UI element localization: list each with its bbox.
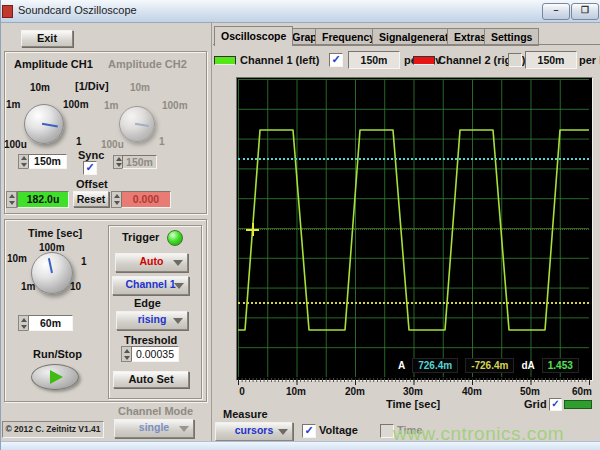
control-panel: Exit Amplitude CH1 Amplitude CH2 [1/Div]… <box>1 22 212 450</box>
run-stop-button[interactable] <box>31 364 79 390</box>
time-value: 60m <box>40 317 61 329</box>
offset-ch2-field: 0.000 <box>121 191 171 208</box>
channel-mode-label: Channel Mode <box>118 405 193 417</box>
edge-label: Edge <box>134 297 161 309</box>
auto-set-label: Auto Set <box>128 373 173 385</box>
x-tick-50m: 50m <box>515 386 545 397</box>
crosshair-cursor[interactable] <box>246 223 259 236</box>
x-axis-ruler <box>238 378 590 385</box>
grid-checkbox[interactable]: ✓ <box>549 398 562 411</box>
time-field[interactable]: 60m <box>28 315 73 331</box>
trigger-edge-dropdown[interactable]: rising <box>116 311 188 330</box>
reset-button[interactable]: Reset <box>73 191 109 207</box>
app-icon <box>2 5 13 18</box>
ch1-scale-100m: 100m <box>63 99 89 110</box>
dropdown-arrow-icon <box>278 429 288 435</box>
amplitude-unit-label: [1/Div] <box>75 80 109 92</box>
time-scale-10m: 10m <box>7 253 27 264</box>
ch1-scale-10m: 10m <box>30 82 50 93</box>
ch2-amplitude-value: 150m <box>126 156 153 168</box>
trigger-mode-dropdown[interactable]: Auto <box>115 253 188 272</box>
minimize-button[interactable]: – <box>542 3 570 20</box>
threshold-field[interactable]: 0.00035 <box>131 346 179 362</box>
time-checkbox[interactable] <box>380 424 394 438</box>
sync-label: Sync <box>78 149 104 161</box>
ch2-knob-needle <box>135 123 149 127</box>
cursor-readout: A 726.4m -726.4m dA 1.453 <box>398 358 579 373</box>
ch1-amplitude-field[interactable]: 150m <box>28 154 67 169</box>
offset-ch2-value: 0.000 <box>133 193 159 205</box>
x-tick-0: 0 <box>227 386 257 397</box>
measure-title: Measure <box>223 408 268 420</box>
channel1-enable-checkbox[interactable]: ✓ <box>329 53 343 67</box>
amplitude-ch1-knob[interactable] <box>24 104 64 144</box>
ch1-amplitude-value: 150m <box>34 155 61 167</box>
sync-checkbox[interactable]: ✓ <box>83 161 97 175</box>
tab-label: Extras <box>454 31 486 43</box>
x-tick-20m: 20m <box>340 386 370 397</box>
x-tick-30m: 30m <box>398 386 428 397</box>
time-scale-10: 10 <box>70 281 81 292</box>
threshold-value: 0.00035 <box>136 348 174 360</box>
measure-mode-dropdown[interactable]: cursors <box>215 422 293 441</box>
channel1-label: Channel 1 (left) <box>240 54 319 66</box>
waveform-trace <box>238 79 589 377</box>
voltage-checkbox[interactable]: ✓ <box>302 424 316 438</box>
minimize-icon: – <box>553 5 558 15</box>
dropdown-arrow-icon <box>173 260 183 266</box>
readout-value1: 726.4m <box>412 358 458 373</box>
amplitude-ch1-title: Amplitude CH1 <box>14 58 93 70</box>
copyright-text: © 2012 C. Zeitnitz V1.41 <box>5 424 100 434</box>
trigger-source-value: Channel 1 <box>125 278 175 290</box>
ch1-scale-1m: 1m <box>6 99 20 110</box>
channel2-div-value: 150m <box>538 54 565 66</box>
channel2-div-field[interactable]: 150m <box>525 51 577 69</box>
trigger-title: Trigger <box>122 231 159 243</box>
trigger-led <box>167 230 183 246</box>
grid-color-swatch <box>564 400 592 409</box>
threshold-label: Threshold <box>124 334 177 346</box>
ch2-scale-1m: 1m <box>104 100 118 111</box>
exit-label: Exit <box>37 32 57 44</box>
channel-mode-value: single <box>139 421 169 433</box>
channel-mode-dropdown: single <box>114 419 194 438</box>
ch1-scale-1: 1 <box>76 136 82 147</box>
ch2-scale-100u: 100u <box>101 139 124 150</box>
app-window: Soundcard Oszilloscope – ❐ ✕ Exit Amplit… <box>0 0 600 450</box>
window-bottom-border <box>1 441 600 450</box>
ch2-scale-100m: 100m <box>162 100 188 111</box>
cursor-a-line[interactable] <box>238 158 589 160</box>
crosshair-guide-line <box>238 229 589 230</box>
x-tick-10m: 10m <box>281 386 311 397</box>
channel1-div-value: 150m <box>361 54 388 66</box>
readout-delta-value: 1.453 <box>542 358 579 373</box>
grid-label: Grid <box>524 398 547 410</box>
offset-ch1-field[interactable]: 182.0u <box>17 191 69 208</box>
play-icon <box>50 370 63 384</box>
dropdown-arrow-icon <box>179 426 189 432</box>
trigger-source-dropdown[interactable]: Channel 1 <box>112 276 189 295</box>
scope-plot[interactable]: A 726.4m -726.4m dA 1.453 <box>238 79 589 377</box>
x-axis-label: Time [sec] <box>386 398 440 410</box>
grid-check-icon: ✓ <box>551 398 559 409</box>
time-scale-1: 1 <box>81 256 87 267</box>
trigger-edge-value: rising <box>138 313 167 325</box>
time-knob[interactable] <box>31 252 73 294</box>
cursor-b-line[interactable] <box>238 302 589 304</box>
sync-check-icon: ✓ <box>85 161 94 173</box>
channel1-div-field[interactable]: 150m <box>348 51 400 69</box>
tab-oscilloscope[interactable]: Oscilloscope <box>214 26 293 46</box>
exit-button[interactable]: Exit <box>21 30 73 47</box>
ch2-scale-1: 1 <box>159 136 165 147</box>
maximize-icon: ❐ <box>581 5 589 15</box>
offset-ch1-value: 182.0u <box>27 193 60 205</box>
readout-a-label: A <box>398 360 405 371</box>
readout-value2: -726.4m <box>465 358 514 373</box>
time-title: Time [sec] <box>28 227 82 239</box>
measure-mode-value: cursors <box>235 424 274 436</box>
maximize-button[interactable]: ❐ <box>571 3 599 20</box>
channel2-enable-checkbox[interactable] <box>508 53 522 67</box>
amplitude-ch2-title: Amplitude CH2 <box>108 58 187 70</box>
offset-ch1-spinner[interactable] <box>6 191 17 208</box>
auto-set-button[interactable]: Auto Set <box>113 371 189 388</box>
